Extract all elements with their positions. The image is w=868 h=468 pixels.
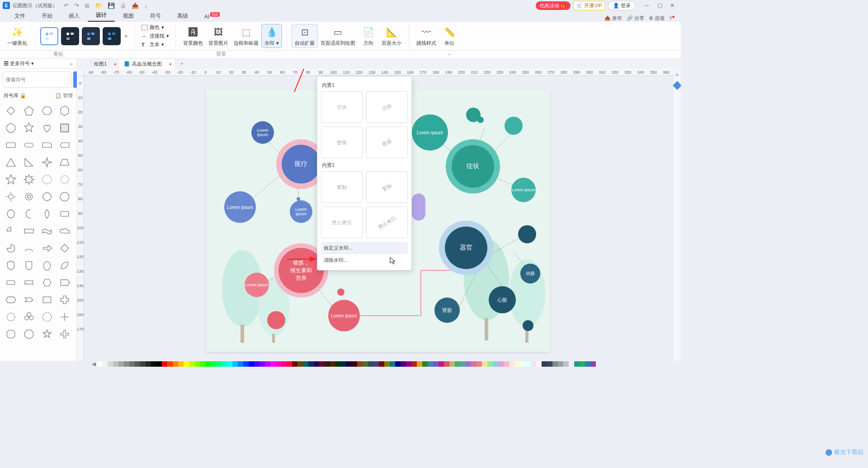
shape-hex5[interactable]	[22, 293, 36, 307]
maximize-icon[interactable]: ▢	[654, 1, 665, 9]
shape-moon[interactable]	[22, 207, 36, 221]
color-swatch[interactable]	[308, 361, 314, 367]
color-swatch[interactable]	[118, 361, 124, 367]
bubble-lorem-5[interactable]: Lorem ipsum	[511, 178, 536, 202]
group-expand-icon[interactable]: ⌄	[326, 51, 454, 58]
color-swatch[interactable]	[162, 361, 167, 367]
bg-image-button[interactable]: 🖼背景图片	[206, 24, 231, 47]
color-swatch[interactable]	[173, 361, 178, 367]
color-swatch[interactable]	[357, 361, 363, 367]
color-dropdown[interactable]: 颜色 ▾	[140, 24, 171, 31]
shape-hex3[interactable]	[40, 275, 54, 290]
color-swatch[interactable]	[401, 361, 406, 367]
shape-heart[interactable]	[40, 121, 54, 135]
color-swatch[interactable]	[552, 361, 558, 367]
color-swatch[interactable]	[487, 361, 493, 367]
shape-cloud[interactable]	[57, 224, 72, 238]
bubble-lorem-4[interactable]: Lorem ipsum	[412, 114, 448, 151]
save-icon[interactable]: 💾	[108, 2, 115, 9]
color-swatch[interactable]	[270, 361, 276, 367]
color-swatch[interactable]	[531, 361, 536, 367]
color-swatch[interactable]	[287, 361, 292, 367]
color-swatch[interactable]	[379, 361, 384, 367]
color-swatch[interactable]	[574, 361, 580, 367]
color-swatch[interactable]	[449, 361, 455, 367]
shape-oct2[interactable]	[22, 327, 36, 341]
shape-rect3[interactable]	[22, 224, 36, 238]
border-title-button[interactable]: ⬚边框和标题	[231, 24, 261, 47]
color-swatch[interactable]	[482, 361, 487, 367]
color-swatch[interactable]	[292, 361, 297, 367]
color-swatch[interactable]	[542, 361, 547, 367]
color-swatch[interactable]	[249, 361, 254, 367]
login-button[interactable]: 👤 登录	[608, 1, 636, 10]
shape-pent2[interactable]	[57, 275, 72, 290]
wm-preset-copy-rot[interactable]: 复制	[366, 171, 408, 203]
bg-color-button[interactable]: 🅰背景颜色	[180, 24, 206, 47]
open-icon[interactable]: 📁	[95, 2, 102, 9]
shape-sun[interactable]	[4, 189, 18, 204]
shape-star6[interactable]	[22, 121, 36, 135]
color-swatch[interactable]	[590, 361, 596, 367]
page-size-button[interactable]: 📐页面大小	[379, 24, 404, 47]
color-swatch[interactable]	[558, 361, 563, 367]
theme-preset-4[interactable]	[103, 27, 121, 45]
color-swatch[interactable]	[341, 361, 346, 367]
promo-button[interactable]: 优惠活动 🎁	[536, 1, 571, 10]
color-swatch[interactable]	[297, 361, 303, 367]
fit-drawing-button[interactable]: ▭页面适应到绘图	[318, 24, 358, 47]
color-swatch[interactable]	[325, 361, 330, 367]
shape-shield2[interactable]	[22, 258, 36, 273]
color-swatch[interactable]	[395, 361, 401, 367]
redo-icon[interactable]: ↷	[74, 2, 79, 9]
color-swatch[interactable]	[265, 361, 270, 367]
color-swatch[interactable]	[194, 361, 200, 367]
color-swatch[interactable]	[178, 361, 184, 367]
menu-advanced[interactable]: 高级	[169, 10, 196, 22]
bubble-lorem-2[interactable]: Lorem ipsum	[224, 191, 256, 223]
shape-rect2[interactable]	[57, 207, 72, 221]
color-swatch[interactable]	[547, 361, 552, 367]
shape-hexagon[interactable]	[40, 104, 54, 118]
shape-rect4[interactable]	[40, 293, 54, 307]
shape-cog[interactable]	[4, 207, 18, 221]
color-swatch[interactable]	[352, 361, 357, 367]
jumpline-button[interactable]: 〰跳线样式	[414, 24, 439, 47]
color-swatch[interactable]	[156, 361, 162, 367]
options-button[interactable]: ⚙ 选项	[649, 15, 665, 22]
color-swatch[interactable]	[254, 361, 259, 367]
color-swatch[interactable]	[580, 361, 585, 367]
bubble-lorem-6[interactable]: Lorem ipsum	[245, 273, 269, 297]
bubble-lorem-3[interactable]: Lorem ipsum	[290, 200, 312, 223]
menu-start[interactable]: 开始	[33, 10, 61, 22]
expand-right-icon[interactable]: »	[675, 71, 679, 78]
shape-ribbon[interactable]	[22, 275, 36, 290]
color-swatch[interactable]	[428, 361, 433, 367]
theme-preset-2[interactable]	[61, 27, 79, 45]
shape-arrow[interactable]	[40, 241, 54, 255]
shape-roundrect[interactable]	[4, 138, 18, 152]
color-swatch[interactable]	[238, 361, 243, 367]
shape-heptagon[interactable]	[4, 121, 18, 135]
color-swatch[interactable]	[200, 361, 205, 367]
color-swatch[interactable]	[281, 361, 287, 367]
shape-plus[interactable]	[57, 310, 72, 324]
shape-cutrect[interactable]	[40, 138, 54, 152]
doc-tab-2[interactable]: 📘 高血压概念图●	[119, 59, 175, 69]
doc-tab-1[interactable]: 📄 绘图1●	[81, 59, 119, 69]
canvas-area[interactable]: -90-80-70-60-50-40-30-20-100102030405060…	[77, 69, 673, 361]
shape-seal[interactable]	[40, 189, 54, 204]
color-swatch[interactable]	[259, 361, 265, 367]
collapse-left-icon[interactable]: «	[70, 61, 73, 66]
shape-badge[interactable]	[57, 189, 72, 204]
color-swatch[interactable]	[569, 361, 574, 367]
color-swatch[interactable]	[363, 361, 368, 367]
help-icon[interactable]: ?	[669, 16, 675, 21]
dropdown-icon[interactable]: ↓	[144, 2, 147, 9]
shape-diamond2[interactable]	[57, 241, 72, 255]
print-icon[interactable]: 🖨	[120, 2, 126, 9]
color-swatch[interactable]	[411, 361, 417, 367]
shape-star5[interactable]	[4, 172, 18, 187]
shape-egg[interactable]	[40, 258, 54, 273]
color-swatch[interactable]	[232, 361, 238, 367]
